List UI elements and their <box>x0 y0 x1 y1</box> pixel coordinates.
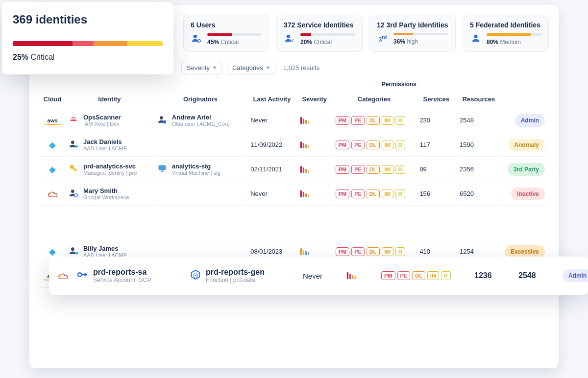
services-cell: 1236 <box>416 207 456 239</box>
stat-card-users[interactable]: 6 Users 45% Critical <box>183 15 270 52</box>
gcp-icon <box>48 190 57 198</box>
severity-cell <box>297 133 332 157</box>
stat-card-title: 12 3rd Party Identities <box>377 21 448 29</box>
identity-sub: AAD User | ACME <box>83 145 127 151</box>
svg-point-6 <box>163 120 166 124</box>
category-chips: PMPEDLIMR <box>336 247 413 256</box>
tag-badge[interactable]: 3rd Party <box>508 163 545 176</box>
services-cell: 89 <box>416 158 456 181</box>
originator-cell <box>154 182 246 206</box>
identity-name: prd-reports-sa <box>93 268 151 277</box>
category-chip-dl: DL <box>367 189 380 198</box>
category-chip-pe: PE <box>351 116 365 125</box>
tag-badge[interactable]: Admin <box>563 269 588 282</box>
col-services[interactable]: Services <box>416 91 456 108</box>
originator-cell <box>154 133 246 157</box>
azure-icon: ◆ <box>49 140 56 150</box>
col-resources[interactable]: Resources <box>457 91 501 108</box>
tag-badge[interactable]: Admin <box>515 114 545 127</box>
severity-filter[interactable]: Severity <box>181 61 222 75</box>
stat-card-federated[interactable]: 5 Federated Identities 80% Medium <box>463 15 549 52</box>
identity-sub: Google Workspace <box>83 194 129 200</box>
category-chip-pm: PM <box>381 271 395 280</box>
svg-point-1 <box>198 40 201 43</box>
identity-sub: IAM Role | Dev <box>83 121 121 127</box>
cloud-cell: aws <box>40 109 65 132</box>
severity-bars <box>347 272 371 279</box>
user-cog-icon <box>284 33 295 46</box>
svg-rect-9 <box>158 165 166 170</box>
originator-name: Andrew Ariel <box>172 114 230 121</box>
category-chips: PMPEDLIMR <box>336 165 413 174</box>
services-cell: 156 <box>416 182 456 206</box>
table-row[interactable]: ◆prd-analytics-svcManaged Identity | prd… <box>40 158 548 181</box>
popover-headline: 369 identities <box>13 13 163 26</box>
originator-name: prd-reports-gen <box>173 216 221 223</box>
severity-cell <box>297 109 332 132</box>
identity-cell[interactable]: prd-analytics-svcManaged Identity | prd <box>66 158 153 181</box>
identity-cell[interactable]: Jack DanielsAAD User | ACME <box>66 133 153 157</box>
severity-cell <box>297 158 332 181</box>
last-activity-cell: 11/09/2022 <box>247 133 296 157</box>
table-row[interactable]: ◆Jack DanielsAAD User | ACME11/09/2022PM… <box>40 133 548 157</box>
category-chip-pe: PE <box>351 218 365 227</box>
col-cloud[interactable]: Cloud <box>40 91 65 108</box>
resources-cell: 6520 <box>457 182 501 206</box>
originator-name: analytics-stg <box>172 163 220 170</box>
col-originators[interactable]: Originators <box>154 91 246 108</box>
svg-point-13 <box>69 220 73 224</box>
svg-point-12 <box>74 194 78 197</box>
severity-bars <box>300 142 329 148</box>
severity-bars <box>300 219 329 226</box>
stat-card-service-identities[interactable]: 372 Service Identities 20% Critical <box>276 15 363 52</box>
function-icon: (-) <box>190 269 201 282</box>
category-chip-pm: PM <box>336 247 350 256</box>
identity-cell[interactable]: prd-reports-saService Account| GCP <box>66 207 153 239</box>
severity-cell <box>297 182 332 206</box>
tag-cell: Admin <box>502 109 548 132</box>
category-chip-dl: DL <box>367 116 380 125</box>
table-row[interactable]: Mary SmithGoogle WorkspaceNeverPMPEDLIMR… <box>40 182 548 206</box>
category-chip-pe: PE <box>351 165 365 174</box>
stat-card-title: 5 Federated Identities <box>470 21 541 29</box>
identity-cell[interactable]: OpsScannerIAM Role | Dev <box>66 109 153 132</box>
cloud-cell: ◆ <box>40 158 65 181</box>
col-identity[interactable]: Identity <box>66 91 153 108</box>
category-chip-r: R <box>395 218 405 227</box>
severity-bars <box>300 166 329 173</box>
categories-filter[interactable]: Categories <box>227 61 275 75</box>
vm-icon <box>157 164 167 175</box>
third-party-icon: 3rd <box>377 35 389 43</box>
tag-badge[interactable]: Anomaly <box>508 139 545 151</box>
category-chips: PMPEDLIMR <box>381 271 465 280</box>
chevron-down-icon <box>266 67 270 69</box>
col-severity[interactable]: Severity <box>297 91 332 108</box>
col-last-activity[interactable]: Last Activity <box>247 91 296 108</box>
col-categories[interactable]: Categories <box>333 91 416 108</box>
aad-user-icon <box>69 139 78 150</box>
tag-badge[interactable]: Inactive <box>511 188 545 200</box>
azure-icon: ◆ <box>49 247 56 257</box>
tag-badge[interactable]: Admin <box>515 216 545 229</box>
severity-gradient-bar <box>13 41 163 46</box>
aad-user-icon <box>69 246 78 257</box>
tag-badge[interactable]: Excessive <box>505 245 545 258</box>
tag-cell: Inactive <box>502 182 548 206</box>
identity-cell[interactable]: Mary SmithGoogle Workspace <box>66 182 153 206</box>
function-icon: (-) <box>157 216 168 229</box>
stat-card-third-party[interactable]: 12 3rd Party Identities 3rd 36% high <box>369 15 456 52</box>
resources-cell: 2548 <box>457 207 501 239</box>
stat-card-title: 6 Users <box>191 21 262 29</box>
svg-point-11 <box>71 189 74 193</box>
table-row[interactable]: awsOpsScannerIAM Role | DevAndrew ArielO… <box>40 109 548 132</box>
category-chip-r: R <box>395 116 405 125</box>
identity-sub: Service Account| GCP <box>93 277 151 284</box>
sa-icon <box>69 217 79 228</box>
category-chip-im: IM <box>427 271 439 280</box>
cloud-cell <box>40 182 65 206</box>
cloud-cell <box>40 207 65 239</box>
resources-cell: 1590 <box>457 133 501 157</box>
services-cell: 117 <box>416 133 456 157</box>
popover-pct: 25% Critical <box>13 53 163 62</box>
highlighted-row[interactable]: prd-reports-saService Account| GCP(-)prd… <box>49 257 588 295</box>
